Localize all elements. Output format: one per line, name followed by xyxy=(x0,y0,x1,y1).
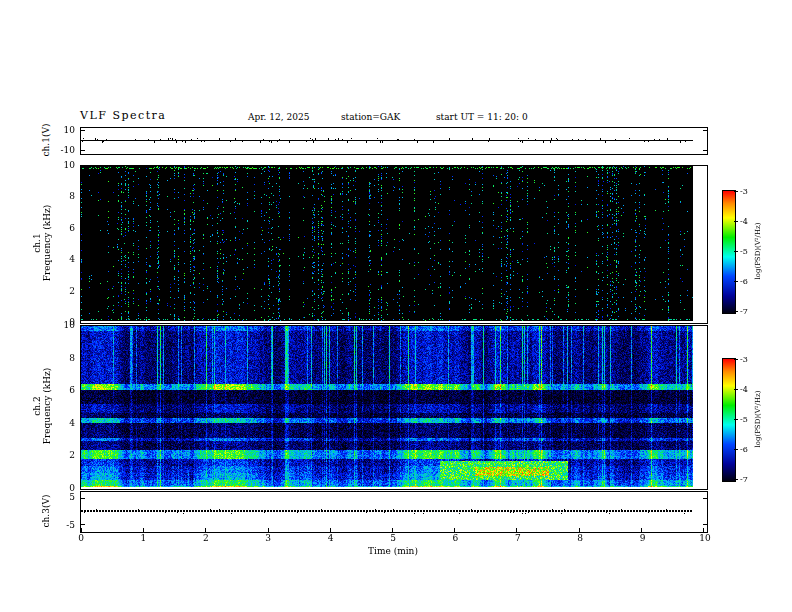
colorbar-tick-label: -6 xyxy=(740,445,748,454)
x-tick-label: 9 xyxy=(640,533,646,543)
colorbar-tick-label: -7 xyxy=(740,475,748,484)
x-tick-labels: 012345678910 xyxy=(81,533,705,545)
y-tick-mark xyxy=(81,524,85,525)
colorbar-tick-mark xyxy=(734,389,738,390)
y-tick-mark xyxy=(81,150,85,151)
ch3-voltage-panel xyxy=(80,491,708,533)
ch1spec-y-tick-labels: 1086420 xyxy=(52,165,76,322)
colorbar-tick-mark xyxy=(734,479,738,480)
y-tick-label: 6 xyxy=(69,223,75,233)
x-tick-mark xyxy=(268,528,269,532)
colorbar-tick-mark xyxy=(734,359,738,360)
y-tick-mark xyxy=(703,498,707,499)
ch2spec-axis-label-line2: Frequency (kHz) xyxy=(42,368,52,445)
x-tick-label: 6 xyxy=(453,533,459,543)
ch3-voltage-trace xyxy=(81,492,705,530)
x-tick-label: 7 xyxy=(515,533,521,543)
colorbar-tick-mark xyxy=(734,251,738,252)
y-tick-mark xyxy=(81,130,85,131)
ch1-spectrogram xyxy=(81,166,705,321)
colorbar-tick-label: -4 xyxy=(740,385,748,394)
colorbar-tick-mark xyxy=(734,191,738,192)
x-tick-label: 1 xyxy=(141,533,147,543)
y-tick-mark xyxy=(81,498,85,499)
colorbar-tick-label: -5 xyxy=(740,415,748,424)
x-tick-mark xyxy=(143,528,144,532)
y-tick-mark xyxy=(703,524,707,525)
x-tick-label: 10 xyxy=(699,533,710,543)
colorbar-tick-label: -3 xyxy=(740,187,748,196)
vlf-spectra-figure: VLF Spectra Apr. 12, 2025 station=GAK st… xyxy=(0,0,792,612)
colorbar-tick-mark xyxy=(734,419,738,420)
colorbar-tick-label: -4 xyxy=(740,217,748,226)
ch1spec-axis-label-line2: Frequency (kHz) xyxy=(42,205,52,282)
ch2-spectrogram-panel xyxy=(80,325,708,490)
y-tick-label: 8 xyxy=(69,353,75,363)
colorbar-tick-mark xyxy=(734,281,738,282)
x-tick-mark xyxy=(454,528,455,532)
ch1-voltage-panel xyxy=(80,127,708,155)
ch3v-axis-label: ch.3(V) xyxy=(41,495,51,528)
y-tick-label: 10 xyxy=(64,125,75,135)
x-tick-label: 5 xyxy=(390,533,396,543)
ch1v-axis-label-text: ch.1(V) xyxy=(41,124,51,157)
x-tick-mark xyxy=(392,528,393,532)
colorbar-tick-label: -7 xyxy=(740,307,748,316)
ch3v-y-tick-labels: 5-5 xyxy=(52,491,76,531)
station-label: station=GAK xyxy=(341,112,400,122)
x-tick-label: 3 xyxy=(265,533,271,543)
ch2spec-axis-label-line1: ch.2 xyxy=(32,368,42,445)
y-tick-label: 2 xyxy=(69,450,75,460)
ch1spec-axis-label: ch.1 Frequency (kHz) xyxy=(32,205,52,282)
x-tick-mark xyxy=(516,528,517,532)
y-tick-label: 10 xyxy=(64,160,75,170)
y-tick-label: 5 xyxy=(69,492,75,502)
ch1v-axis-label: ch.1(V) xyxy=(41,124,51,157)
colorbar-ch2-label: log(PSD)(V²/Hz) xyxy=(753,391,763,448)
colorbar-tick-label: -3 xyxy=(740,355,748,364)
colorbar-tick-label: -5 xyxy=(740,247,748,256)
colorbar-tick-mark xyxy=(734,221,738,222)
colorbar-ch1-label: log(PSD)(V²/Hz) xyxy=(753,223,763,280)
colorbar-tick-label: -6 xyxy=(740,277,748,286)
colorbar-tick-mark xyxy=(734,449,738,450)
x-axis-label: Time (min) xyxy=(368,546,418,556)
y-tick-label: 6 xyxy=(69,385,75,395)
x-tick-label: 8 xyxy=(577,533,583,543)
ch1-voltage-trace xyxy=(81,128,705,152)
x-tick-label: 2 xyxy=(203,533,209,543)
y-tick-label: -5 xyxy=(66,520,75,530)
x-tick-mark xyxy=(330,528,331,532)
figure-title: VLF Spectra xyxy=(80,109,166,122)
x-tick-mark xyxy=(81,528,82,532)
y-tick-label: 8 xyxy=(69,191,75,201)
ch2spec-axis-label: ch.2 Frequency (kHz) xyxy=(32,368,52,445)
y-tick-label: 2 xyxy=(69,286,75,296)
ch1v-y-tick-labels: 10-10 xyxy=(52,127,76,153)
ch3v-axis-label-text: ch.3(V) xyxy=(41,495,51,528)
ch2-spectrogram xyxy=(81,326,705,487)
start-ut-label: start UT = 11: 20: 0 xyxy=(436,112,528,122)
y-tick-mark xyxy=(703,130,707,131)
x-tick-label: 4 xyxy=(328,533,334,543)
y-tick-label: -10 xyxy=(61,145,76,155)
x-tick-mark xyxy=(703,528,704,532)
ch1spec-axis-label-line1: ch.1 xyxy=(32,205,42,282)
ch2spec-y-tick-labels: 1086420 xyxy=(52,325,76,488)
x-tick-mark xyxy=(579,528,580,532)
x-tick-label: 0 xyxy=(78,533,84,543)
x-tick-mark xyxy=(205,528,206,532)
colorbar-tick-mark xyxy=(734,311,738,312)
date-label: Apr. 12, 2025 xyxy=(248,112,309,122)
y-tick-label: 4 xyxy=(69,418,75,428)
y-tick-label: 4 xyxy=(69,254,75,264)
x-tick-mark xyxy=(641,528,642,532)
ch1-spectrogram-panel xyxy=(80,165,708,324)
y-tick-mark xyxy=(703,150,707,151)
y-tick-label: 10 xyxy=(64,320,75,330)
